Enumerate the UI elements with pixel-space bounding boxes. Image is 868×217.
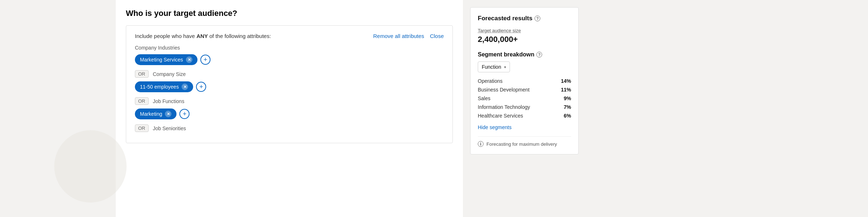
marketing-services-tag: Marketing Services ✕ xyxy=(135,54,197,65)
page-title: Who is your target audience? xyxy=(126,9,453,18)
job-functions-tags-row: Marketing ✕ + xyxy=(135,109,444,119)
employees-tag: 11-50 employees ✕ xyxy=(135,81,193,92)
add-company-industries-button[interactable]: + xyxy=(200,55,210,65)
target-audience-label: Target audience size xyxy=(478,28,571,33)
close-button[interactable]: Close xyxy=(430,33,444,39)
forecasting-footer-text: Forecasting for maximum delivery xyxy=(486,141,557,147)
chevron-down-icon: ▾ xyxy=(504,65,506,69)
or-badge-3: OR xyxy=(135,124,149,132)
job-functions-section: OR Job Functions Marketing ✕ + xyxy=(135,97,444,119)
segment-row-business-dev: Business Development 11% xyxy=(478,87,571,93)
employees-remove-icon[interactable]: ✕ xyxy=(182,84,188,90)
header-bold: ANY xyxy=(196,33,208,39)
header-text-prefix: Include people who have xyxy=(135,33,196,39)
add-job-functions-button[interactable]: + xyxy=(179,109,190,119)
header-actions: Remove all attributes Close xyxy=(373,33,444,39)
marketing-remove-icon[interactable]: ✕ xyxy=(165,111,171,117)
remove-all-button[interactable]: Remove all attributes xyxy=(373,33,424,39)
segment-name-sales: Sales xyxy=(478,95,490,101)
marketing-services-tag-label: Marketing Services xyxy=(140,57,183,63)
page-wrapper: Who is your target audience? Include peo… xyxy=(0,0,868,217)
forecasted-title-text: Forecasted results xyxy=(478,15,532,22)
segment-pct-business-dev: 11% xyxy=(561,87,571,93)
marketing-services-remove-icon[interactable]: ✕ xyxy=(186,56,192,63)
job-functions-label: Job Functions xyxy=(153,98,184,104)
segment-breakdown-title: Segment breakdown ? xyxy=(478,51,571,58)
segment-pct-sales: 9% xyxy=(564,95,571,101)
header-text-suffix: of the following attributes: xyxy=(208,33,271,39)
audience-card: Include people who have ANY of the follo… xyxy=(126,25,453,143)
add-company-size-button[interactable]: + xyxy=(196,82,206,92)
hide-segments-button[interactable]: Hide segments xyxy=(478,122,511,130)
segment-breakdown-text: Segment breakdown xyxy=(478,51,534,58)
segment-row-it: Information Technology 7% xyxy=(478,104,571,110)
circle-decoration xyxy=(54,130,127,203)
marketing-tag: Marketing ✕ xyxy=(135,109,176,119)
employees-tag-label: 11-50 employees xyxy=(140,84,179,90)
forecasting-footer-icon: ℹ xyxy=(478,141,484,147)
job-seniorities-or-divider: OR Job Seniorities xyxy=(135,124,444,132)
marketing-tag-label: Marketing xyxy=(140,111,162,117)
company-size-label: Company Size xyxy=(153,71,186,77)
or-badge-2: OR xyxy=(135,97,149,105)
segment-help-icon[interactable]: ? xyxy=(536,52,542,58)
or-badge-1: OR xyxy=(135,70,149,78)
segment-pct-healthcare: 6% xyxy=(564,113,571,119)
segment-row-healthcare: Healthcare Services 6% xyxy=(478,113,571,119)
main-panel: Who is your target audience? Include peo… xyxy=(116,0,463,217)
segment-dropdown-label: Function xyxy=(482,64,501,70)
segment-name-healthcare: Healthcare Services xyxy=(478,113,523,119)
company-industries-label: Company Industries xyxy=(135,45,444,51)
segment-row-sales: Sales 9% xyxy=(478,95,571,101)
segment-name-it: Information Technology xyxy=(478,104,530,110)
segment-row-operations: Operations 14% xyxy=(478,78,571,84)
far-right-area xyxy=(586,0,868,217)
segment-pct-operations: 14% xyxy=(561,78,571,84)
segment-dropdown[interactable]: Function ▾ xyxy=(478,61,510,72)
job-seniorities-label: Job Seniorities xyxy=(153,125,186,131)
job-seniorities-section: OR Job Seniorities xyxy=(135,124,444,136)
segment-name-business-dev: Business Development xyxy=(478,87,529,93)
company-size-or-divider: OR Company Size xyxy=(135,70,444,78)
segment-pct-it: 7% xyxy=(564,104,571,110)
target-audience-value: 2,400,000+ xyxy=(478,35,571,44)
audience-card-header: Include people who have ANY of the follo… xyxy=(135,33,444,39)
company-size-section: OR Company Size 11-50 employees ✕ + xyxy=(135,70,444,92)
forecasted-card: Forecasted results ? Target audience siz… xyxy=(470,7,579,154)
company-size-tags-row: 11-50 employees ✕ + xyxy=(135,81,444,92)
forecasting-footer: ℹ Forecasting for maximum delivery xyxy=(478,136,571,147)
company-industries-section: Company Industries Marketing Services ✕ … xyxy=(135,45,444,65)
job-functions-or-divider: OR Job Functions xyxy=(135,97,444,105)
forecasted-title: Forecasted results ? xyxy=(478,15,571,22)
forecasted-help-icon[interactable]: ? xyxy=(535,16,540,21)
header-description: Include people who have ANY of the follo… xyxy=(135,33,271,39)
right-panel: Forecasted results ? Target audience siz… xyxy=(463,0,586,217)
company-industries-tags-row: Marketing Services ✕ + xyxy=(135,54,444,65)
segment-name-operations: Operations xyxy=(478,78,502,84)
left-decorative-area xyxy=(0,0,116,217)
